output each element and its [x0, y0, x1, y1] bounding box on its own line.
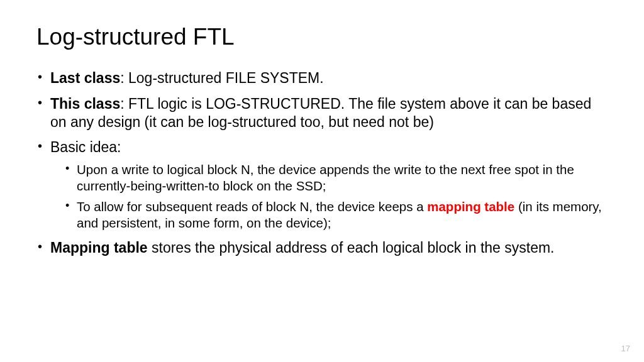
sub-bullet-item: Upon a write to logical block N, the dev… [64, 162, 608, 194]
bullet-item: Basic idea: Upon a write to logical bloc… [36, 138, 608, 231]
page-number: 17 [621, 344, 630, 353]
highlight-term: mapping table [427, 199, 514, 214]
bullet-text: : Log-structured FILE SYSTEM. [120, 70, 323, 86]
bullet-item: This class: FTL logic is LOG-STRUCTURED.… [36, 95, 608, 131]
bullet-item: Mapping table stores the physical addres… [36, 239, 608, 257]
sub-bullet-text: To allow for subsequent reads of block N… [77, 199, 427, 214]
bullet-text: : FTL logic is LOG-STRUCTURED. The file … [50, 96, 591, 130]
bullet-lead-bold: Last class [50, 70, 120, 86]
bullet-list: Last class: Log-structured FILE SYSTEM. … [36, 69, 608, 256]
bullet-item: Last class: Log-structured FILE SYSTEM. [36, 69, 608, 87]
bullet-text: Basic idea: [50, 139, 121, 155]
bullet-lead-bold: Mapping table [50, 239, 148, 256]
sub-bullet-item: To allow for subsequent reads of block N… [64, 199, 608, 231]
bullet-lead-bold: This class [50, 96, 120, 112]
sub-bullet-list: Upon a write to logical block N, the dev… [50, 162, 608, 231]
slide-title: Log-structured FTL [36, 24, 608, 50]
sub-bullet-text: Upon a write to logical block N, the dev… [77, 162, 574, 193]
bullet-text: stores the physical address of each logi… [148, 239, 555, 256]
